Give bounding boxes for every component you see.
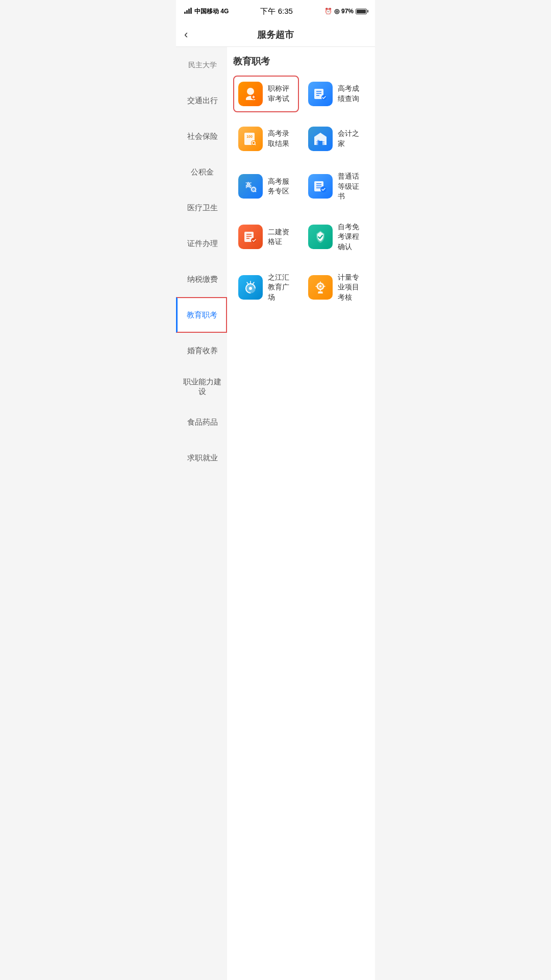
service-item-second-builder[interactable]: 二建资格证 <box>233 216 299 258</box>
service-label-self-study: 自考免考课程确认 <box>338 222 364 252</box>
sidebar-item-marriage[interactable]: 婚育收养 <box>176 333 227 369</box>
battery-icon <box>356 9 367 14</box>
svg-rect-3 <box>190 8 192 14</box>
signal-icon <box>184 8 192 15</box>
service-item-title-exam[interactable]: 职称评审考试 <box>233 76 299 112</box>
sidebar-item-certificate[interactable]: 证件办理 <box>176 226 227 261</box>
service-label-gaokao-service: 高考服务专区 <box>268 177 294 197</box>
svg-point-34 <box>249 287 252 290</box>
carrier-label: 中国移动 4G <box>194 7 229 16</box>
measure-icon <box>308 275 333 300</box>
sidebar: 民主大学交通出行社会保险公积金医疗卫生证件办理纳税缴费教育职考婚育收养职业能力建… <box>176 47 227 980</box>
certificate-icon <box>308 174 333 199</box>
sidebar-item-traffic[interactable]: 交通出行 <box>176 83 227 118</box>
service-label-title-exam: 职称评审考试 <box>268 84 294 104</box>
main-layout: 民主大学交通出行社会保险公积金医疗卫生证件办理纳税缴费教育职考婚育收养职业能力建… <box>176 47 375 980</box>
sidebar-item-fund[interactable]: 公积金 <box>176 154 227 190</box>
status-right: ⏰ ◎ 97% <box>324 8 367 15</box>
svg-point-32 <box>251 238 256 243</box>
service-grid: 职称评审考试 高考成绩查询 100 高考录取结果 会计之家 <box>233 76 369 308</box>
svg-rect-2 <box>188 9 190 14</box>
alarm-icon: ⏰ <box>324 8 332 15</box>
service-item-measurement[interactable]: 计量专业项目考核 <box>303 266 369 309</box>
sidebar-item-tax[interactable]: 纳税缴费 <box>176 261 227 297</box>
person-badge-icon <box>238 82 263 106</box>
sidebar-item-medical[interactable]: 医疗卫生 <box>176 190 227 226</box>
page-title: 服务超市 <box>257 29 294 41</box>
svg-point-37 <box>319 285 321 287</box>
service-item-gaokao-service[interactable]: 高 高考服务专区 <box>233 165 299 208</box>
service-label-zhijiang: 之江汇教育广场 <box>268 273 294 303</box>
svg-line-15 <box>255 144 256 145</box>
service-label-second-builder: 二建资格证 <box>268 227 294 247</box>
time-label: 下午 6:35 <box>260 7 292 16</box>
back-button[interactable]: ‹ <box>184 28 188 41</box>
gaokao-service-icon: 高 <box>238 174 263 199</box>
service-item-putonghua[interactable]: 普通话等级证书 <box>303 165 369 208</box>
status-left: 中国移动 4G <box>184 7 229 16</box>
list-check-icon <box>238 225 263 249</box>
sidebar-item-civil[interactable]: 民主大学 <box>176 47 227 83</box>
svg-rect-1 <box>186 10 188 14</box>
sidebar-item-insurance[interactable]: 社会保险 <box>176 118 227 154</box>
graduation-icon <box>308 225 333 249</box>
service-item-gaokao-result[interactable]: 高考成绩查询 <box>303 76 369 112</box>
status-bar: 中国移动 4G 下午 6:35 ⏰ ◎ 97% <box>176 0 375 22</box>
service-label-putonghua: 普通话等级证书 <box>338 172 364 202</box>
service-label-gaokao-result: 高考成绩查询 <box>338 84 364 104</box>
section-title: 教育职考 <box>233 55 369 67</box>
service-item-gaokao-admission[interactable]: 100 高考录取结果 <box>233 120 299 157</box>
service-item-accounting[interactable]: 会计之家 <box>303 120 369 157</box>
header: ‹ 服务超市 <box>176 22 375 47</box>
sidebar-item-education[interactable]: 教育职考 <box>176 297 227 333</box>
service-label-gaokao-admission: 高考录取结果 <box>268 129 294 149</box>
sidebar-item-career[interactable]: 职业能力建设 <box>176 369 227 404</box>
content-area: 教育职考 职称评审考试 高考成绩查询 100 高考录取结果 <box>227 47 375 980</box>
search-list-icon <box>308 82 333 106</box>
service-item-zhijiang[interactable]: 之江汇教育广场 <box>233 266 299 309</box>
service-label-measurement: 计量专业项目考核 <box>338 273 364 303</box>
svg-text:100: 100 <box>246 135 253 138</box>
sidebar-item-job[interactable]: 求职就业 <box>176 440 227 476</box>
svg-rect-0 <box>184 12 186 14</box>
location-icon: ◎ <box>334 8 339 15</box>
battery-percent: 97% <box>341 8 354 15</box>
house-list-icon <box>308 127 333 151</box>
exam-search-icon: 100 <box>238 127 263 151</box>
svg-text:高: 高 <box>245 182 252 189</box>
education-icon <box>238 275 263 300</box>
sidebar-item-food[interactable]: 食品药品 <box>176 404 227 440</box>
svg-point-4 <box>247 88 254 95</box>
service-label-accounting: 会计之家 <box>338 129 364 149</box>
service-item-self-study[interactable]: 自考免考课程确认 <box>303 216 369 258</box>
